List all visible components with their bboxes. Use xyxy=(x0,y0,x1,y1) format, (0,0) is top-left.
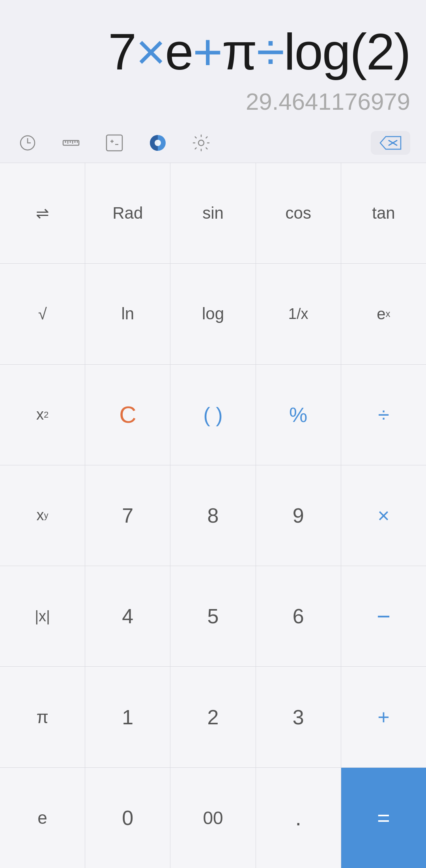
sqrt-key[interactable]: √ xyxy=(0,264,85,364)
add-key[interactable]: + xyxy=(341,667,426,767)
toolbar xyxy=(0,123,426,163)
equals-key[interactable]: = xyxy=(341,768,426,868)
power-key[interactable]: xy xyxy=(0,465,85,566)
zero-key[interactable]: 0 xyxy=(85,768,170,868)
expr-pi: π xyxy=(222,23,257,81)
keypad-row-1: ⇌ Rad sin cos tan xyxy=(0,163,426,263)
six-key[interactable]: 6 xyxy=(256,566,341,666)
swap-key[interactable]: ⇌ xyxy=(0,163,85,263)
svg-rect-8 xyxy=(106,135,122,151)
history-button[interactable] xyxy=(16,131,39,155)
keypad-row-4: xy 7 8 9 × xyxy=(0,465,426,566)
sin-key[interactable]: sin xyxy=(170,163,256,263)
expr-e: e xyxy=(165,23,192,81)
exp-key[interactable]: ex xyxy=(341,264,426,364)
svg-point-14 xyxy=(198,140,204,146)
expr-plus: + xyxy=(193,23,222,81)
two-key[interactable]: 2 xyxy=(170,667,256,767)
svg-point-13 xyxy=(155,140,161,146)
expr-7: 7 xyxy=(108,23,136,81)
keypad-row-5: |x| 4 5 6 − xyxy=(0,566,426,666)
divide-key[interactable]: ÷ xyxy=(341,365,426,465)
result: 29.4641176979 xyxy=(246,88,410,115)
tan-key[interactable]: tan xyxy=(341,163,426,263)
clear-key[interactable]: C xyxy=(85,365,170,465)
abs-key[interactable]: |x| xyxy=(0,566,85,666)
nine-key[interactable]: 9 xyxy=(256,465,341,566)
ruler-button[interactable] xyxy=(59,131,83,155)
four-key[interactable]: 4 xyxy=(85,566,170,666)
euler-key[interactable]: e xyxy=(0,768,85,868)
one-key[interactable]: 1 xyxy=(85,667,170,767)
five-key[interactable]: 5 xyxy=(170,566,256,666)
parens-key[interactable]: ( ) xyxy=(170,365,256,465)
multiply-key[interactable]: × xyxy=(341,465,426,566)
pi-key[interactable]: π xyxy=(0,667,85,767)
keypad-row-2: √ ln log 1/x ex xyxy=(0,263,426,364)
expr-times: × xyxy=(136,23,165,81)
cos-key[interactable]: cos xyxy=(256,163,341,263)
subtract-key[interactable]: − xyxy=(341,566,426,666)
decimal-key[interactable]: . xyxy=(256,768,341,868)
rad-key[interactable]: Rad xyxy=(85,163,170,263)
seven-key[interactable]: 7 xyxy=(85,465,170,566)
keypad: ⇌ Rad sin cos tan √ ln log 1/x ex x2 C (… xyxy=(0,163,426,868)
log-key[interactable]: log xyxy=(170,264,256,364)
display-area: 7×e+π÷log(2) 29.4641176979 xyxy=(0,0,426,123)
expr-div: ÷ xyxy=(256,23,284,81)
keypad-row-7: e 0 00 . = xyxy=(0,767,426,868)
keypad-row-3: x2 C ( ) % ÷ xyxy=(0,364,426,465)
reciprocal-key[interactable]: 1/x xyxy=(256,264,341,364)
expression: 7×e+π÷log(2) xyxy=(16,24,410,80)
double-zero-key[interactable]: 00 xyxy=(170,768,256,868)
square-key[interactable]: x2 xyxy=(0,365,85,465)
backspace-button[interactable] xyxy=(371,131,410,155)
keypad-row-6: π 1 2 3 + xyxy=(0,666,426,767)
plusminus-button[interactable] xyxy=(103,131,126,155)
expr-log: log(2) xyxy=(284,23,410,81)
settings-button[interactable] xyxy=(189,131,213,155)
theme-button[interactable] xyxy=(146,131,170,155)
ln-key[interactable]: ln xyxy=(85,264,170,364)
eight-key[interactable]: 8 xyxy=(170,465,256,566)
three-key[interactable]: 3 xyxy=(256,667,341,767)
percent-key[interactable]: % xyxy=(256,365,341,465)
